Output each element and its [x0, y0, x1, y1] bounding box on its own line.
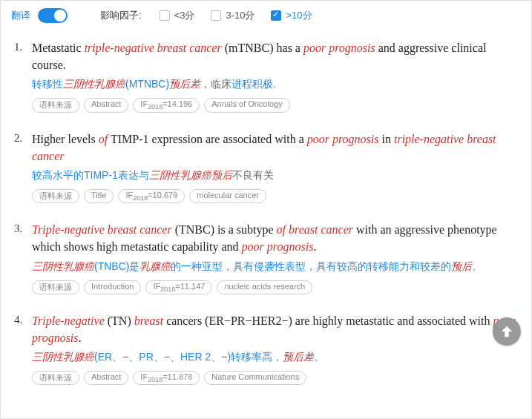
text: .	[79, 331, 82, 344]
translate-group: 翻译	[11, 8, 68, 23]
tag[interactable]: 语料来源	[32, 280, 79, 294]
highlight-text: 三阴性乳腺癌	[63, 78, 125, 90]
text: ，	[200, 78, 211, 90]
tag[interactable]: Nature Communications	[204, 371, 306, 385]
tag[interactable]: IF2018=10.679	[118, 189, 185, 203]
checkbox-icon	[160, 10, 170, 21]
chinese-translation: 较高水平的TIMP-1表达与三阴性乳腺癌预后不良有关	[32, 168, 518, 183]
highlight-text: 乳腺癌	[139, 260, 171, 272]
highlight-text: Triple-negative	[32, 314, 105, 327]
text: 临床	[211, 78, 231, 90]
checkbox-icon	[271, 10, 281, 21]
text: (TNBC)是	[94, 260, 139, 272]
highlight-text: poor prognosis	[307, 133, 379, 145]
result-content: Triple-negative breast cancer (TNBC) is …	[32, 221, 518, 294]
result-number: 1.	[14, 39, 32, 113]
impact-factor-label: 影响因子:	[100, 9, 142, 22]
tag[interactable]: IF2018=11.878	[133, 371, 200, 385]
result-item: 4.Triple-negative (TN) breast cancers (E…	[8, 305, 524, 396]
result-content: Higher levels of TIMP-1 expression are a…	[32, 131, 518, 204]
result-item: 3.Triple-negative breast cancer (TNBC) i…	[8, 214, 524, 305]
tag-row: 语料来源AbstractIF2018=11.878Nature Communic…	[32, 371, 518, 385]
result-item: 2.Higher levels of TIMP-1 expression are…	[8, 123, 524, 214]
highlight-text: 三阴性乳腺癌预后	[149, 169, 232, 181]
text: 、HER 2、	[170, 351, 221, 363]
english-sentence: Metastatic triple-negative breast cancer…	[32, 39, 518, 73]
filter-label: 3-10分	[226, 9, 254, 22]
text: 。	[314, 351, 324, 363]
tag[interactable]: nucleic acids research	[217, 280, 312, 294]
filter-gt10[interactable]: >10分	[271, 9, 312, 22]
highlight-text: −	[164, 351, 170, 363]
chinese-translation: 转移性三阴性乳腺癌(MTNBC)预后差，临床进程积极.	[32, 76, 518, 92]
highlight-text: 预后差	[169, 78, 200, 90]
text: (TN)	[105, 314, 134, 327]
tag[interactable]: Introduction	[84, 280, 141, 294]
translate-toggle[interactable]	[38, 8, 68, 23]
highlight-text: 预后差	[283, 351, 314, 363]
tag-row: 语料来源AbstractIF2018=14.196Annals of Oncol…	[32, 98, 518, 112]
text: cancers (ER−PR−HER2−) are highly metasta…	[163, 314, 493, 327]
impact-factor-filters: <3分 3-10分 >10分	[160, 9, 312, 22]
highlight-text: 预后	[451, 260, 472, 272]
filter-toolbar: 翻译 影响因子: <3分 3-10分 >10分	[1, 1, 531, 32]
english-sentence: Higher levels of TIMP-1 expression are a…	[32, 131, 518, 165]
tag[interactable]: IF2018=11.147	[145, 280, 212, 294]
highlight-text: triple-negative breast cancer	[85, 42, 222, 54]
text: (MTNBC)	[125, 78, 169, 90]
highlight-text: breast	[134, 314, 163, 327]
result-content: Metastatic triple-negative breast cancer…	[32, 39, 518, 113]
text: in	[379, 133, 394, 145]
result-content: Triple-negative (TN) breast cancers (ER−…	[32, 312, 518, 386]
text: (mTNBC) has a	[222, 42, 303, 54]
highlight-text: of	[99, 133, 108, 145]
highlight-text: 三阴性乳腺癌	[32, 260, 94, 272]
filter-lt3[interactable]: <3分	[160, 9, 195, 22]
arrow-up-icon	[499, 323, 515, 340]
results-list: 1.Metastatic triple-negative breast canc…	[1, 32, 531, 395]
result-item: 1.Metastatic triple-negative breast canc…	[8, 32, 524, 123]
chinese-translation: 三阴性乳腺癌(ER、−、PR、−、HER 2、−)转移率高，预后差。	[32, 349, 518, 365]
tag[interactable]: IF2018=14.196	[133, 98, 200, 112]
text: 转移性	[32, 78, 63, 90]
english-sentence: Triple-negative breast cancer (TNBC) is …	[32, 221, 518, 255]
result-number: 3.	[14, 221, 32, 294]
text: .	[313, 240, 316, 253]
highlight-text: poor prognosis	[242, 240, 314, 253]
text: (TNBC) is a subtype	[172, 223, 277, 236]
text: TIMP-1 expression are associated with a	[108, 133, 307, 145]
scroll-to-top-button[interactable]	[493, 317, 521, 346]
translate-label: 翻译	[11, 9, 30, 22]
chinese-translation: 三阴性乳腺癌(TNBC)是乳腺癌的一种亚型，具有侵袭性表型，具有较高的转移能力和…	[32, 259, 518, 274]
text: (ER、	[94, 351, 122, 363]
filter-label: >10分	[286, 9, 312, 22]
tag[interactable]: Title	[84, 189, 114, 203]
tag[interactable]: molecular cancer	[189, 189, 266, 203]
text: 的一种亚型，具有侵袭性表型，具有较高的转移能力和较差的	[171, 260, 451, 272]
checkbox-icon	[211, 10, 221, 21]
text: )转移率高，	[227, 351, 283, 363]
text: 。	[472, 260, 482, 272]
tag[interactable]: 语料来源	[32, 189, 79, 203]
english-sentence: Triple-negative (TN) breast cancers (ER−…	[32, 312, 518, 346]
text: 较高水平的TIMP-1表达与	[32, 169, 149, 181]
text: Metastatic	[32, 42, 85, 54]
tag-row: 语料来源TitleIF2018=10.679molecular cancer	[32, 189, 518, 203]
highlight-text: 三阴性乳腺癌	[32, 351, 94, 363]
tag[interactable]: Abstract	[84, 371, 128, 385]
result-number: 2.	[14, 131, 32, 204]
filter-3-10[interactable]: 3-10分	[211, 9, 254, 22]
highlight-text: Triple-negative breast cancer	[32, 223, 172, 236]
filter-label: <3分	[174, 9, 195, 22]
text: Higher levels	[32, 133, 99, 145]
tag[interactable]: 语料来源	[32, 98, 79, 112]
tag[interactable]: 语料来源	[32, 371, 79, 385]
tag-row: 语料来源IntroductionIF2018=11.147nucleic aci…	[32, 280, 518, 294]
text: 不良有关	[232, 169, 274, 181]
tag[interactable]: Abstract	[84, 98, 128, 112]
text: 、PR、	[128, 351, 163, 363]
tag[interactable]: Annals of Oncology	[204, 98, 289, 112]
highlight-text: of breast cancer	[277, 223, 353, 236]
result-number: 4.	[14, 312, 32, 386]
highlight-text: poor prognosis	[303, 42, 375, 54]
